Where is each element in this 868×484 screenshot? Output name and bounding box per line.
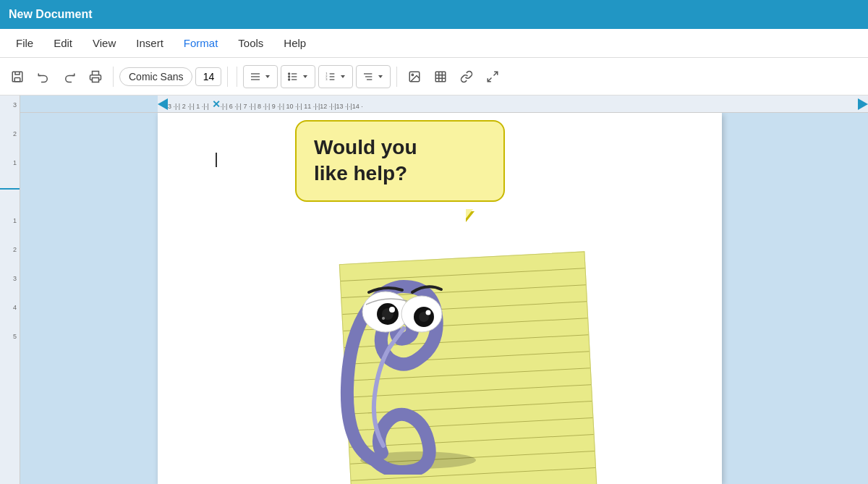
svg-marker-20: [341, 75, 345, 78]
menu-insert[interactable]: Insert: [126, 33, 174, 54]
undo-button[interactable]: [32, 65, 55, 88]
document-title: New Document: [9, 8, 93, 21]
svg-point-43: [426, 310, 431, 315]
ruler-mark: 2: [0, 246, 18, 253]
svg-rect-0: [12, 72, 22, 82]
menu-file[interactable]: File: [6, 33, 43, 54]
ruler-left-arrow: [158, 98, 168, 110]
ruler-zero: [0, 188, 20, 190]
page-container: Would you like help?: [20, 113, 868, 484]
ruler-mark: 2: [0, 130, 18, 137]
title-bar: New Document: [0, 0, 868, 29]
separator-4: [396, 67, 397, 87]
align-dropdown[interactable]: [243, 65, 278, 88]
ruler-mark: ·|·| 6 ·|·| 7 ·|·| 8 ·|·| 9 ·|·| 10 ·|·|…: [221, 103, 363, 110]
font-size-input[interactable]: [195, 67, 221, 86]
menu-help[interactable]: Help: [273, 33, 316, 54]
ruler-mark: 3: [0, 275, 18, 282]
ruler-mark: 5: [0, 333, 18, 340]
print-button[interactable]: [84, 65, 107, 88]
clippy-character: [317, 200, 476, 475]
h-ruler-marks: 3 ·|·| 2 ·|·| 1 ·|·| ✕ ·|·| 6 ·|·| 7 ·|·…: [158, 95, 868, 112]
content-area: 3 ·|·| 2 ·|·| 1 ·|·| ✕ ·|·| 6 ·|·| 7 ·|·…: [20, 95, 868, 484]
svg-rect-1: [14, 77, 20, 81]
clippy-container: [288, 185, 592, 484]
save-button[interactable]: [6, 65, 29, 88]
svg-text:3: 3: [326, 77, 328, 81]
text-cursor: [216, 153, 217, 167]
menu-edit[interactable]: Edit: [43, 33, 82, 54]
main-area: 3 2 1 1 2 3 4 5 3 ·|·| 2 ·|·| 1 ·|·| ✕ ·…: [0, 95, 868, 484]
vertical-ruler: 3 2 1 1 2 3 4 5: [0, 95, 20, 484]
svg-marker-6: [265, 75, 270, 78]
redo-button[interactable]: [58, 65, 81, 88]
separator-2: [227, 67, 228, 87]
ruler-mark: 3 ·|·| 2 ·|·| 1 ·|·|: [168, 103, 209, 110]
insert-table-button[interactable]: [429, 65, 452, 88]
menu-view[interactable]: View: [82, 33, 126, 54]
svg-rect-27: [436, 72, 446, 82]
document-page[interactable]: Would you like help?: [158, 113, 722, 484]
insert-link-button[interactable]: [455, 65, 478, 88]
horizontal-ruler: 3 ·|·| 2 ·|·| 1 ·|·| ✕ ·|·| 6 ·|·| 7 ·|·…: [20, 95, 868, 113]
svg-point-12: [289, 79, 290, 80]
font-selector[interactable]: Comic Sans: [119, 67, 192, 86]
insert-image-button[interactable]: [403, 65, 426, 88]
fullscreen-button[interactable]: [481, 65, 504, 88]
menu-format[interactable]: Format: [174, 33, 229, 54]
menu-tools[interactable]: Tools: [228, 33, 273, 54]
separator-3: [237, 67, 237, 87]
svg-point-40: [382, 317, 385, 320]
numbered-list-dropdown[interactable]: 1 2 3: [318, 65, 353, 88]
ruler-center-marker: ✕: [212, 98, 221, 110]
svg-rect-2: [93, 77, 99, 82]
svg-line-33: [488, 77, 492, 81]
svg-marker-13: [303, 75, 307, 78]
bullet-list-dropdown[interactable]: [281, 65, 315, 88]
ruler-mark: 1: [0, 217, 18, 224]
svg-point-39: [389, 307, 395, 313]
speech-bubble: Would you like help?: [295, 120, 505, 202]
ruler-right-arrow: [858, 98, 868, 110]
ruler-mark: 4: [0, 304, 18, 311]
svg-point-11: [289, 76, 290, 77]
svg-point-10: [289, 73, 290, 75]
toolbar: Comic Sans 1 2 3: [0, 58, 868, 95]
svg-point-26: [412, 74, 414, 75]
outline-list-dropdown[interactable]: [356, 65, 391, 88]
svg-line-32: [494, 72, 498, 75]
ruler-mark: 3: [0, 101, 18, 109]
separator-1: [113, 67, 114, 87]
svg-marker-24: [378, 75, 383, 78]
ruler-mark: 1: [0, 159, 18, 166]
menu-bar: File Edit View Insert Format Tools Help: [0, 29, 868, 58]
